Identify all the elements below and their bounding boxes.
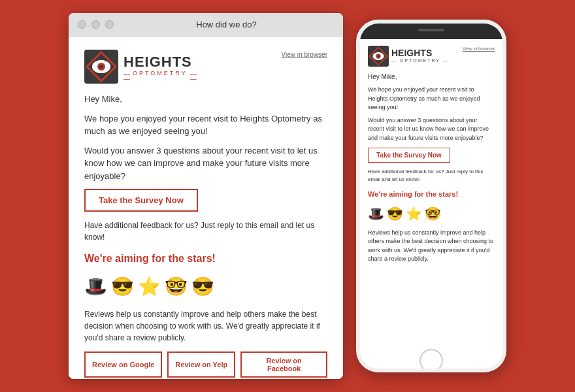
svg-line-8 [105,59,106,61]
mobile-email-content: HEIGHTS — OPTOMETRY — View in browser He… [360,39,502,276]
emoji-row: 🎩 😎 ⭐ 🤓 😎 [84,273,327,301]
mobile-emoji-3: ⭐ [406,204,422,223]
phone-notch-bar [360,24,502,37]
mobile-review-para: Reviews help us constantly improve and h… [368,229,495,264]
phone-screen[interactable]: HEIGHTS — OPTOMETRY — View in browser He… [360,37,502,353]
phone-speaker [418,29,444,31]
svg-point-13 [377,55,380,57]
brand-line: — OPTOMETRY — [123,69,197,78]
logo-area: HEIGHTS — OPTOMETRY — [84,50,197,84]
emoji-5: 😎 [191,273,214,301]
window-titlebar: How did we do? [69,13,343,37]
take-survey-button[interactable]: Take the Survey Now [84,189,198,212]
svg-point-5 [99,65,103,69]
mobile-emoji-2: 😎 [387,204,403,223]
window-title: How did we do? [119,20,334,29]
email-para2: Would you answer 3 questions about your … [84,144,327,183]
feedback-note: Have additional feedback for us? Just re… [84,220,327,243]
mobile-brand-sub: — OPTOMETRY — [391,57,449,65]
mobile-logo-text-area: HEIGHTS — OPTOMETRY — [391,48,449,65]
review-buttons: Review on Google Review on Yelp Review o… [84,351,327,378]
phone-home-button[interactable] [419,349,443,372]
mobile-emoji-1: 🎩 [368,204,384,223]
emoji-3: ⭐ [138,273,161,301]
mobile-brand-name: HEIGHTS [391,48,449,57]
view-in-browser-link[interactable]: View in browser [282,50,327,59]
logo-text-area: HEIGHTS — OPTOMETRY — [123,55,197,78]
brand-logo-icon [84,50,118,84]
email-content: HEIGHTS — OPTOMETRY — View in browser He… [69,37,343,379]
brand-name: HEIGHTS [123,55,197,69]
mobile-view-browser-link[interactable]: View in browser [463,46,495,53]
stars-heading: We're aiming for the stars! [84,251,327,267]
mobile-email-header: HEIGHTS — OPTOMETRY — View in browser [368,46,495,67]
desktop-email-window: How did we do? [69,13,343,379]
brand-sub: OPTOMETRY [133,69,188,78]
review-para: Reviews help us constantly improve and h… [84,308,327,344]
email-para1: We hope you enjoyed your recent visit to… [84,112,327,138]
mobile-stars-heading: We're aiming for the stars! [368,189,495,200]
mobile-phone: HEIGHTS — OPTOMETRY — View in browser He… [356,20,506,372]
email-header: HEIGHTS — OPTOMETRY — View in browser [84,50,327,84]
mobile-brand-logo-icon [368,46,389,67]
mobile-para2: Would you answer 3 questions about your … [368,116,495,143]
phone-home-bar [360,353,502,368]
svg-line-14 [376,52,376,53]
review-facebook-button[interactable]: Review on Facebook [240,351,327,378]
mobile-take-survey-button[interactable]: Take the Survey Now [368,148,450,163]
emoji-4: 🤓 [165,273,188,301]
window-body: HEIGHTS — OPTOMETRY — View in browser He… [69,37,343,379]
review-yelp-button[interactable]: Review on Yelp [167,351,235,378]
svg-line-16 [381,52,382,53]
mobile-logo-area: HEIGHTS — OPTOMETRY — [368,46,449,67]
emoji-1: 🎩 [84,273,107,301]
mobile-feedback-note: Have additional feedback for us? Just re… [368,168,495,184]
emoji-2: 😎 [111,273,134,301]
window-minimize-btn[interactable] [91,20,100,29]
review-google-button[interactable]: Review on Google [84,351,162,378]
svg-line-6 [97,59,97,61]
mobile-greeting: Hey Mike, [368,72,495,82]
window-maximize-btn[interactable] [105,20,114,29]
email-greeting: Hey Mike, [84,93,327,106]
window-close-btn[interactable] [78,20,86,29]
mobile-emoji-4: 🤓 [425,204,441,223]
mobile-emoji-row: 🎩 😎 ⭐ 🤓 [368,204,495,223]
mobile-para1: We hope you enjoyed your recent visit to… [368,86,495,112]
